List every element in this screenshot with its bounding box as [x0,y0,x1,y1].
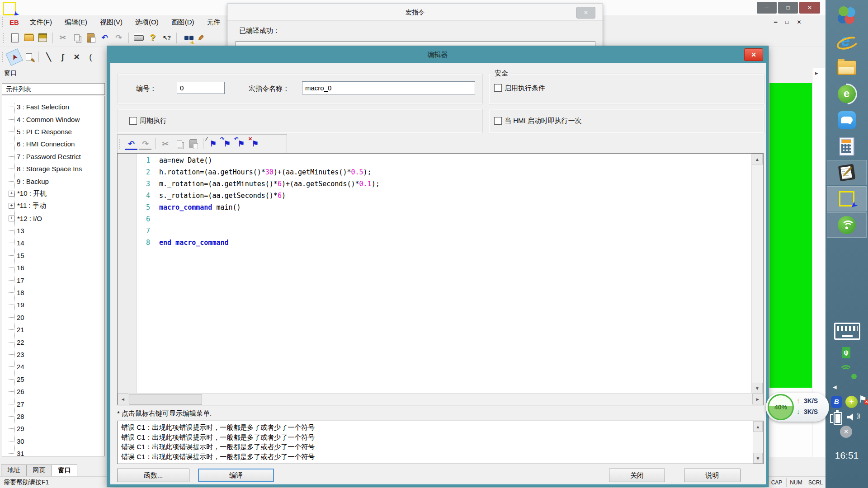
bluetooth-icon[interactable]: B [831,396,842,408]
code-vscrollbar[interactable]: ▲ ▼ [751,154,763,394]
ie-taskbar-button[interactable] [827,29,867,54]
menu-item[interactable]: 画图(D) [165,15,201,29]
print-icon[interactable] [132,32,145,44]
panel-tab-窗口[interactable]: 窗口 [52,465,77,476]
tree-item[interactable]: 25 [2,373,104,385]
expand-plus-icon[interactable]: + [9,203,14,209]
flag-icon[interactable]: ⚑ [859,394,867,405]
tree-item[interactable]: 5 : PLC Response [2,126,104,138]
new-file-icon[interactable] [9,32,21,44]
editor-close-icon[interactable] [744,48,763,61]
shield-icon[interactable]: + [845,396,858,408]
menu-item[interactable]: 视图(V) [94,15,129,29]
easybuilder-taskbar-button[interactable] [827,186,867,211]
tree-item[interactable]: 24 [2,361,104,373]
cut-icon[interactable]: ✂ [159,138,171,150]
tree-item[interactable]: 16 [2,262,104,274]
code-editor[interactable]: 1aa=new Date()2h.rotation=(aa.getHours()… [117,153,764,405]
tree-item[interactable]: +*12 : I/O [2,212,104,225]
cut-icon[interactable]: ✂ [57,32,69,44]
tree-item[interactable]: 21 [2,324,104,336]
flag-toggle-icon[interactable]: ⚑∕ [207,138,219,150]
code-line[interactable]: 7 [118,227,741,239]
close-button[interactable]: 关闭 [609,469,665,482]
menu-item[interactable]: 元件 [201,15,227,29]
tree-item[interactable]: 15 [2,249,104,262]
tree-item[interactable]: 30 [2,435,104,447]
line-icon[interactable]: ╲ [42,51,55,63]
tree-item[interactable]: 20 [2,311,104,324]
volume-icon[interactable] [847,411,860,423]
pen-icon[interactable]: ✎ [194,32,207,44]
child-restore-button[interactable]: □ [785,19,788,25]
memory-usage-ball[interactable]: 40% [768,394,794,420]
macro-name-input[interactable] [302,81,475,94]
taskbar-clock[interactable]: 16:51 [826,450,868,461]
error-line[interactable]: 错误 C1：出现此项错误提示时，一般都是多了或者少了一个符号 [118,452,763,462]
curve-icon[interactable]: ʃ [57,51,69,63]
code-line[interactable]: 2h.rotation=(aa.getHours()*30)+(aa.getMi… [118,168,741,180]
tree-item[interactable]: +*11 : 手动 [2,200,104,212]
compile-button[interactable]: 编译 [198,469,274,482]
tree-item[interactable]: 22 [2,336,104,348]
flag-prev-icon[interactable]: ⚑↶ [235,138,247,150]
code-line[interactable]: 3m._rotation=(aa.getMinutes()*6)+(aa.get… [118,180,741,192]
error-line[interactable]: 错误 C1：出现此项错误提示时，一般都是多了或者少了一个符号 [118,432,763,442]
scroll-up-icon[interactable]: ▲ [752,154,763,164]
redo-icon[interactable]: ↷ [139,138,151,150]
error-line[interactable]: 4 error(s) [118,461,763,464]
error-line[interactable]: 错误 C1：出现此项错误提示时，一般都是多了或者少了一个符号 [118,422,763,432]
expand-plus-icon[interactable]: + [9,216,14,221]
green-browser-taskbar-button[interactable] [827,81,867,107]
scroll-down-icon[interactable]: ▼ [753,453,763,464]
tree-item[interactable]: 13 [2,225,104,237]
minimize-button[interactable]: ─ [757,2,777,14]
tree-item[interactable]: 31 [2,447,104,456]
tree-item[interactable]: 4 : Common Window [2,113,104,125]
tree-item[interactable]: 27 [2,398,104,410]
child-minimize-button[interactable]: ━ [774,19,777,25]
wifi-signal-icon[interactable] [838,364,853,376]
help-icon[interactable]: ? [146,32,159,44]
code-hscrollbar[interactable]: ◄ ► [118,393,763,405]
menu-item[interactable]: 选项(O) [129,15,165,29]
pointer-icon[interactable]: ➤ [5,48,23,66]
edit-object-icon[interactable] [23,51,35,63]
flag-clear-icon[interactable]: ⚑✕ [249,138,261,150]
error-list[interactable]: 错误 C1：出现此项错误提示时，一般都是多了或者少了一个符号错误 C1：出现此项… [117,421,764,464]
pinwheel-taskbar-button[interactable] [827,3,867,28]
macro-id-input[interactable] [177,82,225,94]
find-icon[interactable] [180,32,193,44]
scroll-up-icon[interactable]: ▲ [753,421,763,432]
save-icon[interactable] [37,32,49,44]
scroll-left-icon[interactable]: ◄ [118,394,128,404]
startup-checkbox[interactable] [494,117,502,125]
functions-button[interactable]: 函数... [117,469,189,482]
tree-item[interactable]: 6 : HMI Connection [2,138,104,150]
code-line[interactable]: 1aa=new Date() [118,156,741,168]
expand-plus-icon[interactable]: + [9,191,14,197]
disconnect-icon[interactable]: ✕ [840,426,852,438]
notepad-taskbar-button[interactable] [827,160,867,185]
arc-icon[interactable]: ( [85,51,97,63]
tree-item[interactable]: 28 [2,410,104,422]
menu-item[interactable]: 文件(F) [24,15,58,29]
netdisk-taskbar-button[interactable] [827,108,867,133]
tree-item[interactable]: 29 [2,422,104,435]
paste-icon[interactable] [85,32,97,44]
tree-item[interactable]: 3 : Fast Selection [2,101,104,113]
error-vscrollbar[interactable]: ▲ ▼ [753,421,763,464]
code-line[interactable]: 8end macro_command [118,239,741,250]
network-speed-widget[interactable]: 40% ↑3K/S ↓3K/S [766,393,829,422]
close-button[interactable]: ✕ [799,2,820,14]
redo-icon[interactable]: ↷ [113,32,125,44]
copy-icon[interactable] [71,32,83,44]
periodic-checkbox[interactable] [129,117,137,125]
explorer-taskbar-button[interactable] [827,55,867,80]
context-help-icon[interactable]: ↖? [160,32,173,44]
open-file-icon[interactable] [23,32,35,44]
tree-item[interactable]: 8 : Storage Space Ins [2,163,104,175]
flag-next-icon[interactable]: ⚑↷ [221,138,233,150]
code-line[interactable]: 4s._rotation=(aa.getSeconds()*6) [118,192,741,203]
macro-dialog-titlebar[interactable]: 宏指令 ✕ [227,4,603,21]
